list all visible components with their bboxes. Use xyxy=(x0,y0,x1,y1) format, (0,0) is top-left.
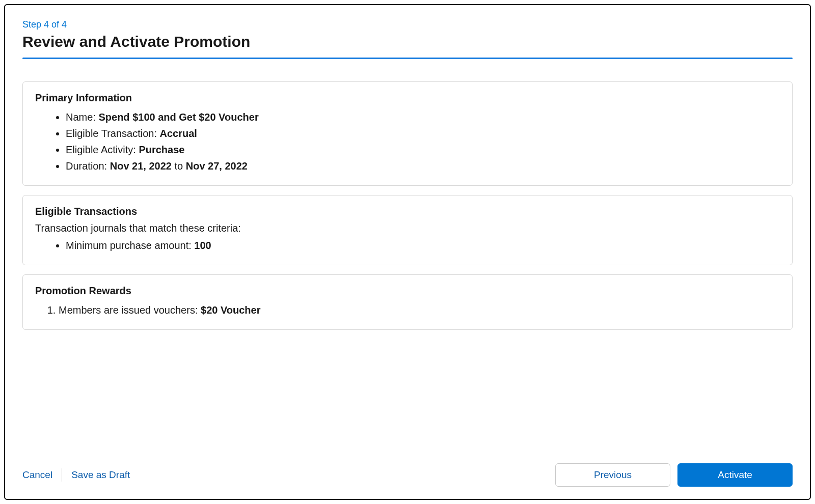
field-label: Eligible Activity: xyxy=(66,144,139,155)
activate-button[interactable]: Activate xyxy=(677,463,793,487)
field-label: Members are issued vouchers: xyxy=(59,304,201,316)
field-label: Name: xyxy=(66,111,98,123)
primary-info-item: Eligible Transaction: Accrual xyxy=(66,125,780,142)
promotion-rewards-title: Promotion Rewards xyxy=(35,285,780,297)
title-underline xyxy=(22,58,793,59)
cancel-button[interactable]: Cancel xyxy=(22,469,52,481)
duration-end: Nov 27, 2022 xyxy=(186,160,248,172)
duration-to: to xyxy=(172,160,186,172)
field-value: $20 Voucher xyxy=(201,304,260,316)
primary-information-card: Primary Information Name: Spend $100 and… xyxy=(22,81,793,186)
primary-info-item: Name: Spend $100 and Get $20 Voucher xyxy=(66,109,780,125)
save-as-draft-button[interactable]: Save as Draft xyxy=(71,469,130,481)
field-value: Spend $100 and Get $20 Voucher xyxy=(98,111,258,123)
step-indicator: Step 4 of 4 xyxy=(22,19,793,30)
duration-start: Nov 21, 2022 xyxy=(110,160,172,172)
page-title: Review and Activate Promotion xyxy=(22,33,793,50)
primary-info-item: Eligible Activity: Purchase xyxy=(66,142,780,158)
promotion-rewards-card: Promotion Rewards Members are issued vou… xyxy=(22,274,793,330)
modal-footer: Cancel Save as Draft Previous Activate xyxy=(22,453,793,487)
footer-left: Cancel Save as Draft xyxy=(22,468,130,482)
field-label: Minimum purchase amount: xyxy=(66,240,194,251)
field-value: Purchase xyxy=(139,144,184,155)
field-label: Eligible Transaction: xyxy=(66,128,160,139)
eligible-transactions-subtext: Transaction journals that match these cr… xyxy=(35,222,780,234)
eligible-transaction-item: Minimum purchase amount: 100 xyxy=(66,237,780,254)
promotion-reward-item: Members are issued vouchers: $20 Voucher xyxy=(59,302,780,318)
eligible-transactions-card: Eligible Transactions Transaction journa… xyxy=(22,195,793,265)
eligible-transactions-title: Eligible Transactions xyxy=(35,206,780,217)
primary-info-title: Primary Information xyxy=(35,92,780,104)
field-value: 100 xyxy=(194,240,211,251)
primary-info-duration: Duration: Nov 21, 2022 to Nov 27, 2022 xyxy=(66,158,780,174)
field-label: Duration: xyxy=(66,160,110,172)
previous-button[interactable]: Previous xyxy=(555,463,670,487)
footer-divider xyxy=(62,468,62,482)
field-value: Accrual xyxy=(160,128,197,139)
footer-right: Previous Activate xyxy=(555,463,793,487)
review-promotion-modal: Step 4 of 4 Review and Activate Promotio… xyxy=(4,4,811,500)
